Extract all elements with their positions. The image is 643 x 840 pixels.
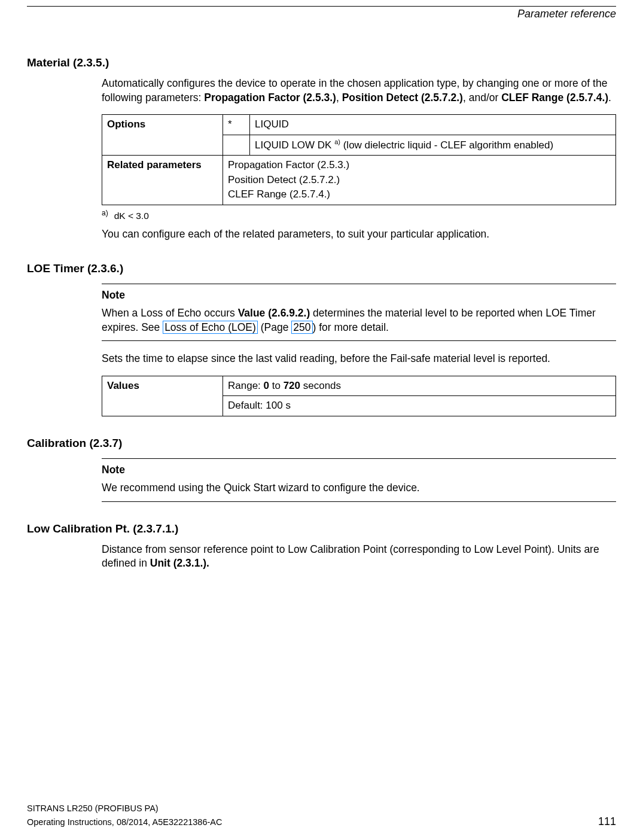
related-param: Propagation Factor (2.5.3.) bbox=[228, 158, 611, 173]
heading-calibration: Calibration (2.3.7) bbox=[27, 437, 616, 450]
low-cal-body: Distance from sensor reference point to … bbox=[102, 543, 616, 571]
header-rule bbox=[27, 6, 616, 7]
ref-clef-range: CLEF Range (2.5.7.4.) bbox=[501, 92, 608, 104]
section-low-cal-pt: Low Calibration Pt. (2.3.7.1.) Distance … bbox=[27, 522, 616, 571]
table-row: Values Range: 0 to 720 seconds bbox=[102, 376, 616, 396]
ref-unit: Unit (2.3.1.). bbox=[150, 557, 209, 569]
footer-product: SITRANS LR250 (PROFIBUS PA) bbox=[27, 802, 616, 814]
cell-options-label: Options bbox=[102, 115, 223, 156]
footnote-ref: a) bbox=[334, 138, 340, 145]
heading-material: Material (2.3.5.) bbox=[27, 56, 616, 69]
note-body: We recommend using the Quick Start wizar… bbox=[102, 481, 616, 495]
link-page-250[interactable]: 250 bbox=[291, 321, 312, 334]
page-number: 111 bbox=[598, 814, 616, 829]
link-loss-of-echo[interactable]: Loss of Echo (LOE) bbox=[163, 321, 258, 334]
cell-related-params: Propagation Factor (2.5.3.) Position Det… bbox=[223, 156, 616, 205]
section-loe-timer: LOE Timer (2.3.6.) Note When a Loss of E… bbox=[27, 262, 616, 416]
related-param: Position Detect (2.5.7.2.) bbox=[228, 173, 611, 188]
text: LIQUID LOW DK bbox=[255, 139, 334, 151]
footnote-text: dK < 3.0 bbox=[114, 211, 149, 221]
page-footer: SITRANS LR250 (PROFIBUS PA) Operating In… bbox=[27, 802, 616, 829]
note-block: Note When a Loss of Echo occurs Value (2… bbox=[102, 284, 616, 341]
range-low: 0 bbox=[264, 380, 269, 391]
text: seconds bbox=[300, 380, 341, 391]
footnote-mark: a) bbox=[102, 209, 108, 217]
material-options-table: Options * LIQUID LIQUID LOW DK a) (low d… bbox=[102, 114, 616, 205]
running-header: Parameter reference bbox=[27, 8, 616, 20]
section-calibration: Calibration (2.3.7) Note We recommend us… bbox=[27, 437, 616, 502]
text: to bbox=[269, 380, 284, 391]
cell-related-label: Related parameters bbox=[102, 156, 223, 205]
cell-blank bbox=[223, 135, 250, 155]
text: , and/or bbox=[463, 92, 501, 104]
text: . bbox=[608, 92, 611, 104]
cell-values-label: Values bbox=[102, 376, 223, 416]
loe-description: Sets the time to elapse since the last v… bbox=[102, 352, 616, 366]
cell-option-liquid: LIQUID bbox=[250, 115, 616, 135]
range-high: 720 bbox=[284, 380, 300, 391]
ref-propagation-factor: Propagation Factor (2.5.3.) bbox=[204, 92, 336, 104]
table-row: Options * LIQUID bbox=[102, 115, 616, 135]
text: (low dielectric liquid - CLEF algorithm … bbox=[340, 139, 553, 151]
note-body: When a Loss of Echo occurs Value (2.6.9.… bbox=[102, 306, 616, 334]
material-closing: You can configure each of the related pa… bbox=[102, 227, 616, 242]
note-title: Note bbox=[102, 464, 616, 476]
footnote-a: a)dK < 3.0 bbox=[102, 209, 616, 221]
heading-low-cal-pt: Low Calibration Pt. (2.3.7.1.) bbox=[27, 522, 616, 535]
text: When a Loss of Echo occurs bbox=[102, 307, 238, 319]
related-param: CLEF Range (2.5.7.4.) bbox=[228, 187, 611, 202]
cell-default-marker: * bbox=[223, 115, 250, 135]
heading-loe-timer: LOE Timer (2.3.6.) bbox=[27, 262, 616, 275]
text: (Page bbox=[258, 321, 291, 333]
text: , bbox=[336, 92, 342, 104]
text: Range: bbox=[228, 380, 264, 391]
cell-range: Range: 0 to 720 seconds bbox=[223, 376, 616, 396]
note-title: Note bbox=[102, 289, 616, 302]
loe-values-table: Values Range: 0 to 720 seconds Default: … bbox=[102, 376, 616, 416]
table-row: Related parameters Propagation Factor (2… bbox=[102, 156, 616, 205]
ref-position-detect: Position Detect (2.5.7.2.) bbox=[342, 92, 463, 104]
material-intro: Automatically configures the device to o… bbox=[102, 77, 616, 105]
ref-value: Value (2.6.9.2.) bbox=[238, 307, 310, 319]
footer-doc-info: Operating Instructions, 08/2014, A5E3222… bbox=[27, 816, 222, 828]
cell-option-liquid-low-dk: LIQUID LOW DK a) (low dielectric liquid … bbox=[250, 135, 616, 155]
text: ) for more detail. bbox=[313, 321, 389, 333]
cell-default: Default: 100 s bbox=[223, 396, 616, 416]
note-block: Note We recommend using the Quick Start … bbox=[102, 458, 616, 502]
section-material: Material (2.3.5.) Automatically configur… bbox=[27, 56, 616, 242]
